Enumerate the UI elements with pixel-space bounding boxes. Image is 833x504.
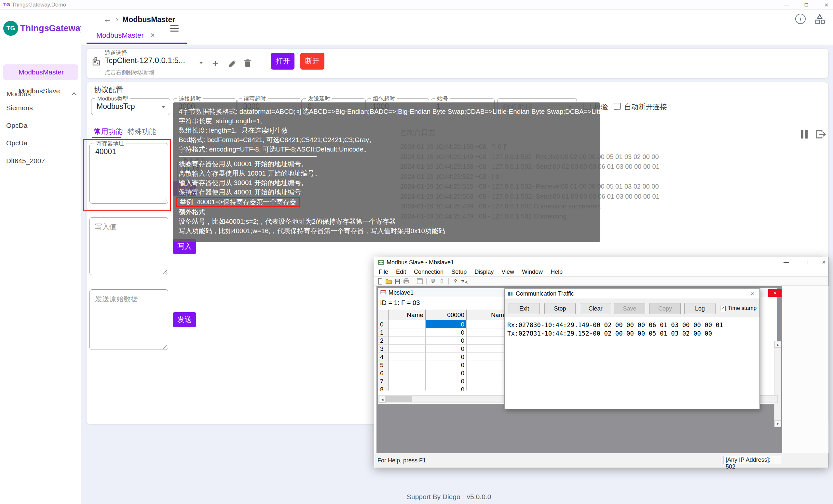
- menu-setup[interactable]: Setup: [451, 269, 467, 275]
- child-close-button[interactable]: ×: [768, 289, 782, 297]
- value-cell[interactable]: 0: [426, 385, 467, 390]
- menu-display[interactable]: Display: [474, 269, 494, 275]
- menu-file[interactable]: File: [379, 269, 388, 275]
- print-icon[interactable]: [403, 278, 410, 284]
- disconnect-button[interactable]: 断开: [300, 53, 325, 70]
- value-cell[interactable]: 0: [426, 369, 467, 377]
- name-cell[interactable]: [388, 361, 426, 369]
- value-cell[interactable]: 0: [426, 361, 467, 369]
- hamburger-menu-icon[interactable]: [170, 25, 178, 32]
- tab-modbusmaster[interactable]: ModbusMaster: [96, 31, 144, 40]
- shapes-sitemap-icon[interactable]: [813, 14, 826, 25]
- sidebar-item-modbusslave[interactable]: ModbusSlave: [3, 83, 78, 99]
- connect-plug-icon[interactable]: [430, 278, 436, 284]
- scroll-up-icon[interactable]: ▲: [775, 341, 781, 348]
- scroll-left-icon[interactable]: ◀: [379, 396, 386, 403]
- value-cell[interactable]: 0: [426, 353, 467, 361]
- value-cell[interactable]: 0: [426, 336, 467, 345]
- traffic-dialog-title: Communication Traffic: [516, 291, 574, 297]
- vertical-scrollbar[interactable]: ▲ ▼: [774, 341, 781, 427]
- resize-grip-icon[interactable]: [163, 270, 167, 274]
- sidebar-item-opcda[interactable]: OpcDa: [0, 119, 81, 132]
- resize-grip-icon[interactable]: [163, 345, 167, 349]
- add-channel-icon[interactable]: +: [212, 57, 219, 70]
- column-header-00000[interactable]: 00000: [426, 309, 467, 320]
- name-cell[interactable]: [388, 369, 426, 377]
- context-help-icon[interactable]: ?: [461, 278, 467, 284]
- open-file-icon[interactable]: [386, 278, 392, 284]
- tab-common-functions[interactable]: 常用功能: [94, 127, 123, 136]
- trash-icon[interactable]: [243, 59, 252, 68]
- scroll-down-icon[interactable]: ▼: [775, 421, 781, 427]
- clear-button[interactable]: Clear: [580, 303, 611, 314]
- value-cell[interactable]: 0: [426, 328, 467, 336]
- tab-close-icon[interactable]: ×: [150, 30, 155, 40]
- slave-minimize-icon[interactable]: —: [780, 258, 792, 267]
- stop-button[interactable]: Stop: [544, 303, 576, 314]
- name-cell[interactable]: [467, 345, 506, 353]
- name-cell[interactable]: [467, 369, 506, 377]
- name-cell[interactable]: [388, 320, 426, 328]
- log-button[interactable]: Log: [684, 303, 716, 314]
- name-cell[interactable]: [388, 328, 426, 336]
- name-cell[interactable]: [467, 353, 506, 361]
- exit-button[interactable]: Exit: [508, 303, 540, 314]
- channel-select[interactable]: TcpClient-127.0.0.1:5...: [104, 54, 208, 68]
- value-cell[interactable]: 0: [426, 377, 467, 385]
- logo-badge: TG: [3, 21, 18, 36]
- sidebar-group-modbus[interactable]: Modbus: [0, 49, 81, 60]
- sidebar-item-modbusmaster[interactable]: ModbusMaster: [3, 65, 78, 80]
- breadcrumb-chevron-icon: ›: [116, 15, 118, 24]
- name-cell[interactable]: [467, 328, 506, 336]
- info-icon[interactable]: i: [795, 14, 806, 24]
- name-cell[interactable]: [467, 377, 506, 385]
- slave-titlebar[interactable]: Modbus Slave - Mbslave1 — □ ×: [374, 257, 828, 268]
- slave-maximize-icon[interactable]: □: [800, 258, 812, 267]
- write-value-input[interactable]: [90, 218, 168, 275]
- export-log-icon[interactable]: [815, 129, 827, 139]
- menu-help[interactable]: Help: [551, 269, 563, 275]
- menu-window[interactable]: Window: [522, 269, 543, 275]
- menu-connection[interactable]: Connection: [414, 269, 444, 275]
- field-modbus-type[interactable]: Modbus类型 ModbusTcp: [91, 98, 170, 115]
- name-cell[interactable]: [467, 385, 506, 390]
- traffic-close-icon[interactable]: ×: [751, 290, 754, 297]
- menu-view[interactable]: View: [501, 269, 514, 275]
- name-cell[interactable]: [388, 345, 426, 353]
- name-cell[interactable]: [467, 320, 506, 328]
- slave-close-icon[interactable]: ×: [818, 258, 830, 267]
- name-cell[interactable]: [388, 336, 426, 345]
- pause-icon[interactable]: [801, 130, 810, 138]
- open-button[interactable]: 打开: [271, 53, 294, 70]
- disconnect-plug-icon[interactable]: [438, 278, 445, 284]
- value-cell-selected[interactable]: 0: [426, 320, 467, 328]
- traffic-titlebar[interactable]: Communication Traffic ×: [505, 289, 759, 299]
- display-grid-icon[interactable]: [416, 278, 423, 284]
- window-maximize-icon[interactable]: □: [800, 1, 813, 9]
- edit-pencil-icon[interactable]: [228, 59, 237, 68]
- name-cell[interactable]: [388, 377, 426, 385]
- name-cell[interactable]: [388, 353, 426, 361]
- sidebar-item-dlt645[interactable]: Dlt645_2007: [0, 154, 81, 168]
- send-raw-input[interactable]: [90, 290, 168, 350]
- window-minimize-icon[interactable]: —: [780, 1, 793, 9]
- timestamp-checkbox[interactable]: ✓: [720, 306, 725, 311]
- window-close-icon[interactable]: ×: [820, 1, 833, 9]
- value-cell[interactable]: 0: [426, 345, 467, 353]
- new-file-icon[interactable]: [377, 278, 383, 284]
- sidebar-item-siemens[interactable]: Siemens: [0, 101, 81, 115]
- back-arrow-icon[interactable]: ←: [103, 14, 112, 24]
- sidebar-item-opcua[interactable]: OpcUa: [0, 136, 81, 150]
- column-header-name2[interactable]: Nam: [467, 309, 506, 320]
- scrollbar-thumb[interactable]: [386, 396, 412, 402]
- menu-edit[interactable]: Edit: [396, 269, 406, 275]
- send-button[interactable]: 发送: [173, 312, 196, 327]
- name-cell[interactable]: [467, 336, 506, 345]
- help-icon[interactable]: ?: [452, 278, 458, 284]
- tab-special-functions[interactable]: 特殊功能: [127, 127, 156, 136]
- name-cell[interactable]: [467, 361, 506, 369]
- column-header-name[interactable]: Name: [388, 309, 426, 320]
- table-row: 6 0: [378, 369, 507, 377]
- name-cell[interactable]: [388, 385, 426, 390]
- save-icon[interactable]: [395, 278, 401, 284]
